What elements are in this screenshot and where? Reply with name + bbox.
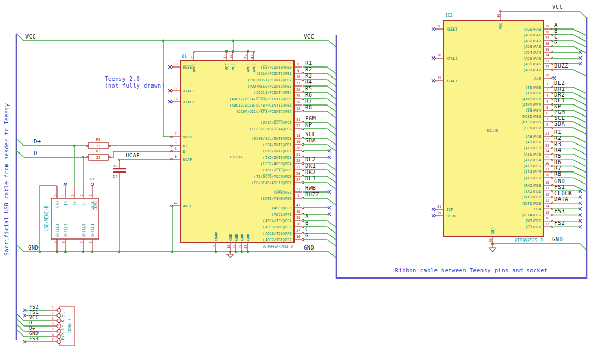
pin-number: 36	[545, 42, 549, 46]
pin-name: (SS/PCINT0)PB0	[260, 65, 291, 70]
net-label: R2	[305, 66, 312, 72]
pin-number: 14	[545, 204, 549, 208]
schematic-page: VCCVCCD+D-UCAPGNDGNDVCCGNDVCCU1ATMEGA32U…	[0, 0, 597, 364]
pin-name: XTAL2	[447, 56, 458, 61]
pin-name: (INT6/AIN0)PE6	[260, 197, 291, 201]
pin-name: (INT1)PD3	[521, 202, 541, 206]
pin-number: 17	[545, 222, 549, 226]
pin-number: 42	[174, 201, 178, 205]
net-label: BUZZ	[554, 62, 568, 69]
net-label: SDA	[305, 137, 316, 143]
pin-number: 32	[545, 65, 549, 69]
net-label: SDA	[554, 120, 565, 127]
net-label: FS3	[554, 208, 565, 214]
bus-entry	[573, 29, 587, 36]
pin-name: (A14)PC6	[523, 170, 541, 174]
bus-entry	[573, 142, 587, 149]
vcc-symbol	[91, 183, 93, 185]
pin-name: (ADC1)PF1	[272, 213, 292, 217]
bus-entry	[327, 92, 336, 99]
pin-name: D-	[183, 150, 187, 154]
conn7-value: B7K-PH-K-S1	[61, 312, 65, 340]
pin-number: 38	[296, 222, 300, 226]
conn7-pin-circle	[57, 334, 61, 338]
pin-name: (SCK)PB7	[523, 126, 541, 130]
pin-number: 37	[545, 36, 549, 40]
pin-name: (A10)PC2	[523, 146, 541, 150]
bus-entry	[16, 34, 24, 41]
net-label: R3	[554, 141, 561, 147]
dminus-wire	[110, 151, 172, 157]
bus-entry	[573, 87, 587, 94]
bus-entry	[573, 166, 587, 173]
bus-entry	[573, 110, 587, 117]
pin-number: 17	[174, 86, 178, 90]
pin-name: (HWB)PE2	[274, 190, 292, 195]
pin-number: 24	[545, 149, 549, 154]
net-label: R7	[554, 165, 561, 171]
net-label: B	[305, 219, 309, 226]
net-label: GND	[28, 244, 39, 251]
pin-number: 3	[175, 147, 177, 151]
r3-ref: R3	[96, 149, 100, 154]
note-sacrificial: Sacrificial USB cable from header to Tee…	[3, 103, 10, 255]
pin-name: D+	[73, 201, 77, 205]
net-label: R5	[554, 152, 561, 159]
net-label: FS3	[29, 336, 39, 341]
pin-number: 30	[545, 73, 549, 78]
pin-name: GND	[240, 234, 244, 241]
pin-name: (MISO)PB6	[521, 120, 541, 124]
bus-entry	[327, 198, 336, 205]
pin-name: (WR)PD6	[525, 219, 541, 223]
junction-dot	[232, 40, 235, 42]
bus-entry	[327, 99, 336, 106]
pin-number: 6	[175, 155, 177, 159]
pin-name: VCC	[231, 63, 235, 70]
bus-entry	[16, 245, 24, 252]
conn7-pin-circle	[57, 313, 61, 317]
ic2-value: AT90S8515-P	[515, 238, 543, 243]
pin-number: 9	[297, 69, 299, 73]
pin-number: 18	[437, 53, 441, 58]
net-label: GND	[304, 244, 314, 251]
pin-number: 23	[232, 245, 236, 249]
pin-number: 15	[545, 210, 549, 215]
conn7-pin-circle	[57, 329, 61, 333]
pin-name: XTAL1	[447, 79, 458, 83]
pin-name: (MOSI)PB5	[521, 114, 541, 119]
bus-entry	[327, 240, 336, 246]
u1-footprint: TQFP44	[229, 155, 242, 159]
pin-name: AVCC	[246, 63, 250, 72]
net-label: UCAP	[126, 152, 140, 158]
pin-name: (AD4)PA4	[523, 51, 541, 55]
pin-number: 3	[71, 194, 75, 196]
bus-entry	[573, 122, 587, 129]
pin-number: 34	[229, 54, 233, 59]
pin-number: 7	[546, 117, 548, 121]
pin-number: 5	[546, 106, 548, 110]
pin-name: (A8)PC0	[525, 135, 541, 139]
net-label: CLOCK	[554, 190, 572, 196]
pin-number: 23	[545, 143, 549, 148]
pin-name: (AIN1)PB3	[521, 103, 541, 107]
net-label: KP	[305, 121, 312, 128]
pin-number: 1	[89, 194, 93, 196]
gnd-symbol	[227, 254, 233, 258]
pin-name: AVCC	[252, 63, 257, 72]
net-label: R8	[554, 170, 561, 177]
bus-entry	[327, 67, 336, 74]
pin-number: 14	[223, 54, 227, 59]
pin-name: UCAP	[183, 158, 192, 162]
bus-entry	[580, 12, 587, 18]
pin-number: 6	[52, 332, 54, 337]
bus-entry	[573, 172, 587, 179]
pin-name: (A11)PC3	[523, 152, 541, 157]
pin-number: 29	[296, 94, 300, 98]
pin-name: (XCK1/CTS)PD5	[263, 168, 292, 173]
net-label: VCC	[304, 33, 314, 40]
pin-number: 16	[174, 97, 178, 101]
pin-number: 12	[545, 193, 549, 197]
pin-name: (INT0)PD2	[521, 195, 541, 199]
net-label: R3	[305, 72, 312, 79]
pin-number: 7	[175, 132, 177, 136]
